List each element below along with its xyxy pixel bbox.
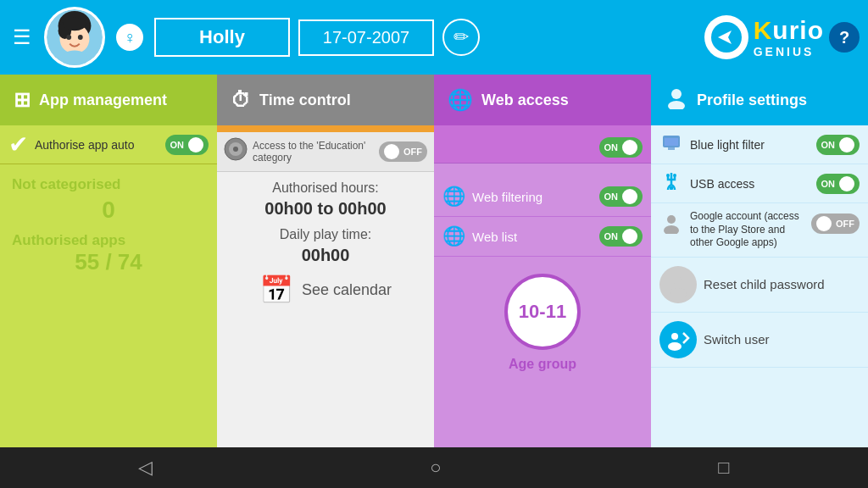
toggle-slider <box>188 137 203 152</box>
toggle-slider-off <box>384 144 399 159</box>
age-value: 10-11 <box>519 301 566 323</box>
tab-profile-settings[interactable]: Profile settings <box>651 75 868 125</box>
app-management-label: App management <box>39 92 167 109</box>
reset-password-label: Reset child password <box>704 277 825 291</box>
blue-light-toggle[interactable]: ON <box>816 135 860 155</box>
web-list-icon: 🌐 <box>442 225 465 247</box>
see-calendar-button[interactable]: 📅 See calendar <box>229 274 422 306</box>
web-access-icon: 🌐 <box>448 88 473 112</box>
svg-rect-18 <box>670 186 673 190</box>
avatar <box>44 7 105 68</box>
help-button[interactable]: ? <box>829 22 860 53</box>
app-management-icon: ⊞ <box>14 88 31 112</box>
edit-button[interactable]: ✏ <box>442 19 480 56</box>
age-group-section: 10-11 Age group <box>434 257 651 389</box>
not-categorised-count: 0 <box>12 197 205 224</box>
profile-settings-body: Blue light filter ON USB access ON <box>651 125 868 447</box>
blue-light-row: Blue light filter ON <box>651 125 868 164</box>
profile-settings-label: Profile settings <box>697 92 807 109</box>
recents-button[interactable]: □ <box>693 450 754 485</box>
switch-user-row[interactable]: Switch user <box>651 313 868 368</box>
authorise-app-row: ✔ Authorise app auto ON <box>0 125 217 164</box>
web-toggle-slider <box>622 140 637 155</box>
time-body-inner: Authorised hours: 00h00 to 00h00 Daily p… <box>217 172 434 314</box>
time-control-label: Time control <box>259 92 351 109</box>
authorise-toggle[interactable]: ON <box>165 135 209 155</box>
see-calendar-label: See calendar <box>302 281 392 299</box>
gender-button[interactable]: ♀ <box>114 21 146 53</box>
web-filtering-row: 🌐 Web filtering ON <box>434 177 651 217</box>
header: ☰ ♀ Holly 17-07-2007 ✏ <box>0 0 868 75</box>
usb-toggle[interactable]: ON <box>816 174 860 194</box>
svg-point-22 <box>670 288 687 297</box>
child-name: Holly <box>154 18 290 57</box>
google-toggle[interactable]: OFF <box>811 214 860 234</box>
authorised-hours-label: Authorised hours: <box>229 180 422 196</box>
kurio-arrow-icon <box>711 22 742 53</box>
blue-light-icon <box>659 132 683 157</box>
svg-point-13 <box>233 147 238 152</box>
logo-k: K <box>754 16 773 44</box>
time-orange-bar <box>217 125 434 132</box>
age-label: Age group <box>509 357 576 372</box>
logo-icon <box>704 15 748 59</box>
profile-settings-icon <box>665 86 688 114</box>
authorised-apps-count: 55 / 74 <box>12 249 205 275</box>
blue-light-label: Blue light filter <box>690 138 810 152</box>
daily-play-value: 00h00 <box>229 246 422 265</box>
daily-play-label: Daily play time: <box>229 227 422 242</box>
web-list-label: Web list <box>472 230 593 244</box>
reset-password-icon <box>659 266 697 303</box>
authorise-app-label: Authorise app auto <box>35 138 159 152</box>
child-dob: 17-07-2007 <box>298 19 434 56</box>
time-control-body: Access to the 'Education' category OFF A… <box>217 125 434 447</box>
education-toggle-row: Access to the 'Education' category OFF <box>217 132 434 172</box>
logo-genius: GENIUS <box>754 45 824 58</box>
toggle-off-label: OFF <box>403 147 422 157</box>
web-filtering-toggle[interactable]: ON <box>599 186 643 207</box>
calendar-icon: 📅 <box>259 274 293 306</box>
tab-time-control[interactable]: ⏱ Time control <box>217 75 434 125</box>
home-button[interactable]: ○ <box>404 450 466 485</box>
education-icon <box>224 137 248 166</box>
web-list-toggle[interactable]: ON <box>599 226 643 247</box>
usb-slider <box>839 176 854 191</box>
usb-label: USB access <box>690 177 810 191</box>
reset-password-row[interactable]: Reset child password <box>651 258 868 313</box>
web-top-bar: ON <box>434 125 651 164</box>
back-button[interactable]: ◁ <box>113 450 178 485</box>
bottom-nav: ◁ ○ □ <box>0 447 868 488</box>
google-slider <box>816 216 832 231</box>
web-access-body: ON 🌐 Web filtering ON 🌐 Web list ON <box>434 125 651 447</box>
svg-point-9 <box>671 89 682 99</box>
web-main-toggle-label: ON <box>604 142 619 152</box>
usb-access-row: USB access ON <box>651 164 868 203</box>
education-label: Access to the 'Education' category <box>253 140 374 164</box>
svg-point-6 <box>78 35 83 40</box>
blue-light-toggle-label: ON <box>821 140 836 150</box>
age-circle: 10-11 <box>504 274 581 350</box>
usb-icon <box>659 171 683 196</box>
tab-app-management[interactable]: ⊞ App management <box>0 75 217 125</box>
web-list-toggle-label: ON <box>604 231 619 241</box>
logo-area: Kurio GENIUS ? <box>704 15 860 59</box>
blue-light-slider <box>839 137 854 152</box>
main-content: ⊞ App management ⏱ Time control 🌐 Web ac… <box>0 75 868 447</box>
google-label: Google account (access to the Play Store… <box>690 210 804 250</box>
google-account-row: Google account (access to the Play Store… <box>651 203 868 258</box>
avatar-image <box>47 8 103 66</box>
svg-point-20 <box>664 225 679 234</box>
web-access-label: Web access <box>481 92 569 109</box>
hamburger-menu[interactable]: ☰ <box>8 21 36 53</box>
authorised-apps-label: Authorised apps <box>12 232 205 249</box>
toggle-on-label: ON <box>170 140 185 150</box>
web-filtering-icon: 🌐 <box>442 186 465 208</box>
svg-point-23 <box>671 333 678 340</box>
tab-web-access[interactable]: 🌐 Web access <box>434 75 651 125</box>
web-filtering-slider <box>622 189 637 204</box>
not-categorised-title: Not categorised <box>12 176 205 193</box>
web-main-toggle[interactable]: ON <box>599 137 643 158</box>
svg-point-21 <box>674 277 682 286</box>
app-management-body: ✔ Authorise app auto ON Not categorised … <box>0 125 217 447</box>
education-toggle[interactable]: OFF <box>379 141 427 162</box>
